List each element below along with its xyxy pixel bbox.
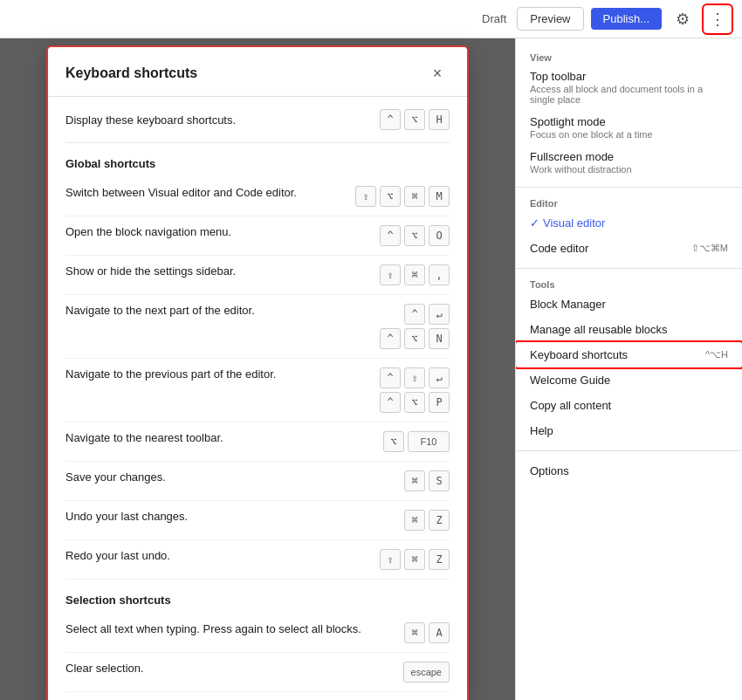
- modal-overlay: Keyboard shortcuts × Display these keybo…: [0, 38, 515, 700]
- manage-reusable-label: Manage all reusable blocks: [530, 323, 668, 336]
- shortcut-keys-undo: ⌘ Z: [404, 510, 450, 531]
- key-comma: ,: [429, 264, 450, 285]
- shortcut-keys-clear-selection: escape: [403, 662, 450, 683]
- shortcut-row-redo: Redo your last undo. ⇧ ⌘ Z: [65, 540, 450, 580]
- draft-label: Draft: [482, 12, 506, 25]
- shortcut-desc-clear-selection: Clear selection.: [65, 662, 403, 675]
- shortcut-desc-navigate-toolbar: Navigate to the nearest toolbar.: [65, 431, 383, 444]
- copy-all-content-item[interactable]: Copy all content: [516, 393, 742, 418]
- key-o: O: [429, 225, 450, 246]
- welcome-guide-item[interactable]: Welcome Guide: [516, 367, 742, 393]
- key-cmd4: ⌘: [404, 510, 425, 531]
- key-cmd6: ⌘: [404, 622, 425, 643]
- shortcut-keys-block-nav: ^ ⌥ O: [380, 225, 450, 246]
- spotlight-mode-desc: Focus on one block at a time: [530, 129, 653, 140]
- right-panel: View Top toolbar Access all block and do…: [515, 38, 742, 700]
- visual-editor-item[interactable]: ✓Visual editor: [516, 210, 742, 236]
- modal-title: Keyboard shortcuts: [65, 65, 197, 81]
- publish-button[interactable]: Publish...: [591, 8, 662, 30]
- more-options-button[interactable]: ⋮: [704, 5, 732, 33]
- key-a: A: [429, 622, 450, 643]
- welcome-guide-label: Welcome Guide: [530, 374, 610, 387]
- shortcut-row-block-nav: Open the block navigation menu. ^ ⌥ O: [65, 216, 450, 256]
- help-label: Help: [530, 424, 553, 437]
- key-ctrl6: ^: [380, 392, 401, 413]
- block-manager-item[interactable]: Block Manager: [516, 292, 742, 317]
- modal-header: Keyboard shortcuts ×: [48, 47, 467, 97]
- copy-all-content-label: Copy all content: [530, 399, 611, 412]
- top-toolbar-desc: Access all block and document tools in a…: [530, 84, 728, 105]
- shortcut-desc-settings-sidebar: Show or hide the settings sidebar.: [65, 264, 380, 278]
- shortcut-keys-redo: ⇧ ⌘ Z: [380, 549, 450, 570]
- shortcut-row-navigate-prev: Navigate to the previous part of the edi…: [65, 359, 450, 422]
- shortcut-intro-desc: Display these keyboard shortcuts.: [65, 113, 380, 127]
- shortcut-desc-save: Save your changes.: [65, 470, 404, 484]
- shortcut-row-navigate-next: Navigate to the next part of the editor.…: [65, 295, 450, 359]
- panel-divider-3: [516, 450, 742, 451]
- key-cmd3: ⌘: [404, 470, 425, 491]
- shortcut-desc-redo: Redo your last undo.: [65, 549, 380, 562]
- key-z: Z: [429, 510, 450, 531]
- shortcut-keys-navigate-prev-1: ^ ⇧ ↵: [380, 367, 450, 388]
- panel-divider-1: [516, 187, 742, 188]
- key-f10: F10: [408, 431, 450, 452]
- shortcut-row-switch-editor: Switch between Visual editor and Code ed…: [65, 177, 450, 216]
- settings-button[interactable]: ⚙: [669, 5, 697, 33]
- editor-section-label: Editor: [516, 191, 572, 212]
- key-alt3: ⌥: [404, 225, 425, 246]
- key-alt5: ⌥: [404, 392, 425, 413]
- shortcut-desc-block-nav: Open the block navigation menu.: [65, 225, 380, 238]
- top-toolbar-label: Top toolbar: [530, 70, 586, 83]
- block-section-heading: Block shortcuts: [65, 692, 450, 700]
- options-item[interactable]: Options: [516, 458, 742, 484]
- key-h: H: [429, 109, 450, 130]
- keyboard-shortcuts-modal: Keyboard shortcuts × Display these keybo…: [48, 47, 467, 700]
- spotlight-mode-item[interactable]: Spotlight mode Focus on one block at a t…: [516, 110, 742, 145]
- keyboard-shortcuts-item[interactable]: Keyboard shortcuts ^⌥H: [516, 342, 742, 367]
- key-z2: Z: [429, 549, 450, 570]
- code-editor-label: Code editor: [530, 242, 588, 255]
- visual-editor-label: ✓Visual editor: [530, 216, 605, 230]
- key-alt: ⌥: [404, 109, 425, 130]
- shortcut-row-clear-selection: Clear selection. escape: [65, 653, 450, 692]
- spotlight-mode-label: Spotlight mode: [530, 115, 606, 128]
- keyboard-shortcuts-shortcut: ^⌥H: [705, 349, 728, 360]
- key-shift3: ⇧: [404, 367, 425, 388]
- shortcut-row-undo: Undo your last changes. ⌘ Z: [65, 501, 450, 540]
- modal-close-button[interactable]: ×: [425, 61, 450, 86]
- key-cmd: ⌘: [404, 186, 425, 207]
- key-n: N: [429, 328, 450, 349]
- shortcut-keys-save: ⌘ S: [404, 470, 450, 491]
- key-ctrl4: ^: [380, 328, 401, 349]
- manage-reusable-item[interactable]: Manage all reusable blocks: [516, 317, 742, 342]
- key-cmd5: ⌘: [404, 549, 425, 570]
- shortcut-keys-navigate-next-2: ^ ⌥ N: [380, 328, 450, 349]
- shortcut-keys-select-all: ⌘ A: [404, 622, 450, 643]
- shortcut-desc-navigate-prev: Navigate to the previous part of the edi…: [65, 367, 380, 381]
- modal-body: Display these keyboard shortcuts. ^ ⌥ H …: [48, 97, 467, 700]
- key-cmd2: ⌘: [404, 264, 425, 285]
- global-section-heading: Global shortcuts: [65, 143, 450, 177]
- key-shift4: ⇧: [380, 549, 401, 570]
- code-editor-item[interactable]: Code editor ⇧⌥⌘M: [516, 236, 742, 261]
- shortcut-keys-navigate-prev: ^ ⇧ ↵ ^ ⌥ P: [380, 367, 450, 413]
- shortcut-keys-navigate-next-1: ^ ↵: [404, 304, 450, 325]
- key-ctrl2: ^: [380, 225, 401, 246]
- top-toolbar-item[interactable]: Top toolbar Access all block and documen…: [516, 65, 742, 110]
- key-ctrl5: ^: [380, 367, 401, 388]
- selection-section-heading: Selection shortcuts: [65, 580, 450, 614]
- code-editor-shortcut: ⇧⌥⌘M: [691, 243, 728, 254]
- options-label: Options: [530, 464, 569, 477]
- preview-button[interactable]: Preview: [517, 7, 583, 31]
- shortcut-intro-row: Display these keyboard shortcuts. ^ ⌥ H: [65, 97, 450, 143]
- key-shift2: ⇧: [380, 264, 401, 285]
- key-ctrl3: ^: [404, 304, 425, 325]
- shortcut-keys-navigate-next: ^ ↵ ^ ⌥ N: [380, 304, 450, 349]
- key-ctrl: ^: [380, 109, 401, 130]
- tools-section-label: Tools: [516, 272, 569, 293]
- shortcut-desc-navigate-next: Navigate to the next part of the editor.: [65, 304, 380, 317]
- shortcut-desc-switch-editor: Switch between Visual editor and Code ed…: [65, 186, 355, 199]
- fullscreen-mode-item[interactable]: Fullscreen mode Work without distraction: [516, 145, 742, 180]
- shortcut-row-settings-sidebar: Show or hide the settings sidebar. ⇧ ⌘ ,: [65, 256, 450, 295]
- help-item[interactable]: Help: [516, 418, 742, 443]
